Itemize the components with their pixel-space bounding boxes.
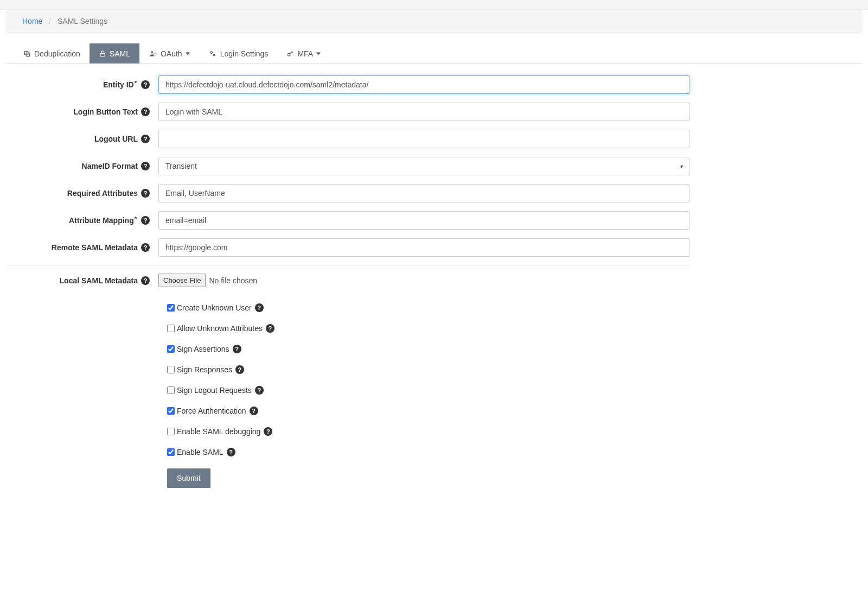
tab-oauth[interactable]: OAuth <box>139 43 199 64</box>
label-text: NameID Format <box>82 162 138 170</box>
help-icon[interactable]: ? <box>250 407 258 415</box>
tabs-bar: Deduplication SAML OAuth Login Settings … <box>7 43 861 64</box>
breadcrumb-separator: / <box>44 17 55 26</box>
check-allow-unknown-attributes: Allow Unknown Attributes ? <box>167 324 690 333</box>
help-icon[interactable]: ? <box>141 243 150 252</box>
sign-assertions-checkbox[interactable] <box>167 345 175 353</box>
sign-logout-requests-checkbox[interactable] <box>167 386 175 394</box>
required-attributes-input[interactable] <box>158 184 690 202</box>
nameid-format-select[interactable]: Transient ▾ <box>158 157 690 175</box>
checkbox-label: Enable SAML <box>177 448 224 456</box>
help-icon[interactable]: ? <box>141 216 150 225</box>
check-enable-saml: Enable SAML ? <box>167 448 690 456</box>
label-text: Logout URL <box>94 135 138 143</box>
tab-login-settings[interactable]: Login Settings <box>199 43 278 64</box>
checkbox-label: Enable SAML debugging <box>177 427 260 436</box>
label-login-button-text: Login Button Text ? <box>7 107 158 116</box>
help-icon[interactable]: ? <box>141 162 150 170</box>
choose-file-button[interactable]: Choose File <box>158 274 206 287</box>
check-sign-logout-requests: Sign Logout Requests ? <box>167 386 690 395</box>
file-chosen-text: No file chosen <box>209 276 257 285</box>
help-icon[interactable]: ? <box>255 303 264 312</box>
check-sign-assertions: Sign Assertions ? <box>167 345 690 353</box>
breadcrumb: Home / SAML Settings <box>7 10 861 33</box>
help-icon[interactable]: ? <box>141 276 150 285</box>
label-text: Entity ID <box>103 80 134 89</box>
unlock-icon <box>99 50 106 58</box>
tab-label: Login Settings <box>220 49 269 58</box>
entity-id-input[interactable] <box>158 75 690 94</box>
svg-point-7 <box>288 53 291 56</box>
help-icon[interactable]: ? <box>233 345 241 353</box>
svg-rect-4 <box>154 53 156 55</box>
label-text: Login Button Text <box>73 107 138 116</box>
tab-deduplication[interactable]: Deduplication <box>14 43 90 64</box>
check-create-unknown-user: Create Unknown User ? <box>167 303 690 312</box>
caret-down-icon: ▾ <box>680 163 683 169</box>
label-text: Required Attributes <box>67 189 138 198</box>
sign-responses-checkbox[interactable] <box>167 366 175 373</box>
help-icon[interactable]: ? <box>266 324 275 333</box>
help-icon[interactable]: ? <box>235 365 244 374</box>
help-icon[interactable]: ? <box>141 135 150 143</box>
svg-point-3 <box>151 51 153 53</box>
select-value: Transient <box>165 162 197 170</box>
caret-down-icon <box>186 52 190 56</box>
label-required-attributes: Required Attributes ? <box>7 189 158 198</box>
checkbox-label: Create Unknown User <box>177 303 252 312</box>
svg-rect-2 <box>100 53 105 56</box>
enable-saml-debugging-checkbox[interactable] <box>167 428 175 435</box>
tab-label: OAuth <box>161 49 182 58</box>
force-authentication-checkbox[interactable] <box>167 407 175 415</box>
label-text: Local SAML Metadata <box>60 276 138 285</box>
check-enable-saml-debugging: Enable SAML debugging ? <box>167 427 690 436</box>
label-logout-url: Logout URL ? <box>7 135 158 143</box>
attribute-mapping-input[interactable] <box>158 211 690 230</box>
help-icon[interactable]: ? <box>141 80 150 89</box>
saml-form: Entity ID* ? Login Button Text ? Logout … <box>7 70 690 488</box>
breadcrumb-home-link[interactable]: Home <box>22 17 42 26</box>
remote-saml-metadata-input[interactable] <box>158 238 690 257</box>
svg-point-6 <box>213 54 215 56</box>
tab-label: MFA <box>297 49 313 58</box>
tab-saml[interactable]: SAML <box>90 43 139 64</box>
user-lock-icon <box>149 50 157 58</box>
checkbox-label: Sign Responses <box>177 365 232 374</box>
label-remote-saml-metadata: Remote SAML Metadata ? <box>7 243 158 252</box>
key-icon <box>286 50 294 58</box>
label-text: Remote SAML Metadata <box>52 243 138 252</box>
local-saml-metadata-file[interactable]: Choose File No file chosen <box>158 274 257 287</box>
login-button-text-input[interactable] <box>158 103 690 121</box>
label-attribute-mapping: Attribute Mapping* ? <box>7 216 158 225</box>
checkbox-label: Force Authentication <box>177 407 246 415</box>
label-local-saml-metadata: Local SAML Metadata ? <box>7 276 158 285</box>
check-force-authentication: Force Authentication ? <box>167 407 690 415</box>
top-bar <box>0 0 868 10</box>
submit-button[interactable]: Submit <box>167 468 210 488</box>
tab-label: Deduplication <box>34 49 80 58</box>
breadcrumb-current: SAML Settings <box>58 17 107 26</box>
svg-point-5 <box>210 52 213 54</box>
create-unknown-user-checkbox[interactable] <box>167 304 175 312</box>
check-sign-responses: Sign Responses ? <box>167 365 690 374</box>
label-entity-id: Entity ID* ? <box>7 80 158 89</box>
enable-saml-checkbox[interactable] <box>167 448 175 456</box>
label-nameid-format: NameID Format ? <box>7 162 158 170</box>
allow-unknown-attributes-checkbox[interactable] <box>167 325 175 332</box>
copy-icon <box>23 50 31 58</box>
required-marker: * <box>135 215 137 222</box>
checkbox-label: Allow Unknown Attributes <box>177 324 263 333</box>
help-icon[interactable]: ? <box>227 448 235 456</box>
checkbox-label: Sign Assertions <box>177 345 229 353</box>
logout-url-input[interactable] <box>158 130 690 148</box>
checkbox-label: Sign Logout Requests <box>177 386 252 395</box>
gears-icon <box>208 50 217 58</box>
help-icon[interactable]: ? <box>255 386 264 395</box>
help-icon[interactable]: ? <box>141 107 150 116</box>
help-icon[interactable]: ? <box>141 189 150 198</box>
tab-mfa[interactable]: MFA <box>277 43 330 64</box>
tab-label: SAML <box>110 49 130 58</box>
help-icon[interactable]: ? <box>264 427 272 436</box>
label-text: Attribute Mapping <box>69 216 134 225</box>
caret-down-icon <box>316 52 321 56</box>
